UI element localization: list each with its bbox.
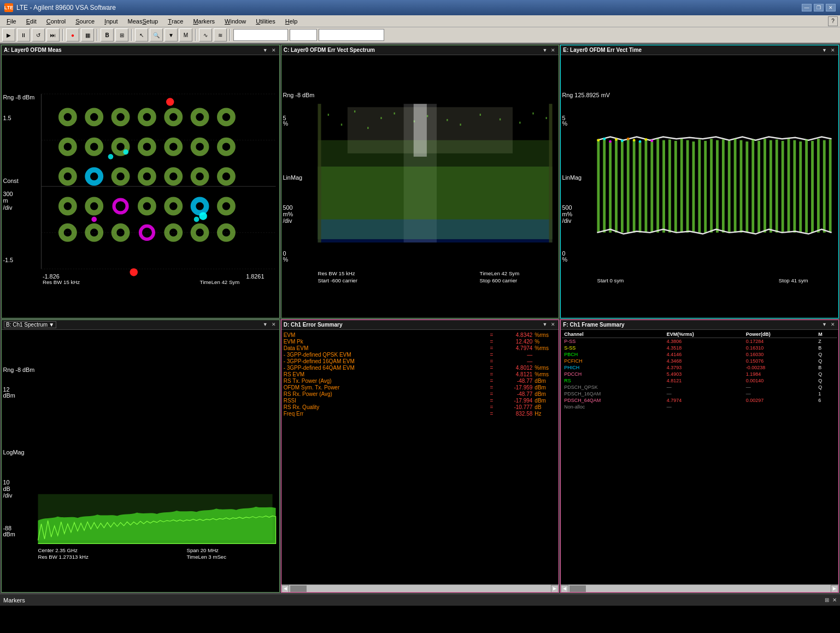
menu-help[interactable]: Help — [281, 15, 302, 27]
frame-table-row: RS4.81210.00140Q — [562, 377, 837, 384]
svg-rect-87 — [460, 123, 461, 126]
svg-text:dB: dB — [3, 485, 10, 492]
svg-rect-117 — [651, 141, 654, 233]
svg-point-56 — [91, 217, 97, 222]
panel-d: D: Ch1 Error Summary ▼ ✕ EVM = 4.8342 %r… — [281, 320, 560, 593]
svg-rect-115 — [639, 141, 642, 233]
hscroll-f-left[interactable]: ◀ — [561, 585, 568, 593]
menu-utilities[interactable]: Utilities — [251, 15, 279, 27]
svg-text:m%: m% — [283, 211, 293, 217]
menu-window[interactable]: Window — [220, 15, 250, 27]
menu-source[interactable]: Source — [71, 15, 99, 27]
panel-a-close[interactable]: ✕ — [271, 48, 277, 53]
record-button[interactable]: ● — [66, 28, 79, 42]
bold-button[interactable]: B — [101, 28, 114, 42]
menu-meassetup[interactable]: MeasSetup — [124, 15, 163, 27]
frame-table-row: PDCCH5.49031.1984Q — [562, 371, 837, 377]
constellation-chart: Rng -8 dBm 1.5 Const 300 m /div -1.5 -1.… — [2, 55, 279, 318]
panel-d-minimize[interactable]: ▼ — [541, 322, 548, 327]
marker-button[interactable]: M — [179, 28, 192, 42]
svg-rect-131 — [734, 139, 737, 233]
svg-text:Res BW 15 kHz: Res BW 15 kHz — [318, 270, 355, 276]
restore-button[interactable]: ❐ — [814, 4, 824, 11]
svg-rect-75 — [348, 107, 513, 153]
hscroll-f-right[interactable]: ▶ — [831, 585, 838, 593]
error-row: RS Tx. Power (Avg) = -48.77 dBm — [284, 378, 557, 384]
panel-b-close[interactable]: ✕ — [271, 322, 277, 327]
svg-rect-124 — [692, 141, 695, 233]
panel-f-close[interactable]: ✕ — [830, 322, 836, 327]
menu-file[interactable]: File — [2, 15, 21, 27]
svg-text:500: 500 — [562, 204, 572, 211]
panel-a-minimize[interactable]: ▼ — [262, 48, 269, 53]
svg-text:Const: Const — [3, 178, 18, 184]
play-button[interactable]: ▶ — [2, 28, 15, 42]
zoom-button[interactable]: 🔍 — [150, 28, 163, 42]
panel-f-hscroll[interactable]: ◀ ▶ — [561, 584, 838, 592]
svg-rect-143 — [806, 139, 808, 232]
svg-rect-81 — [367, 127, 368, 129]
hscroll-left[interactable]: ◀ — [281, 585, 289, 593]
svg-rect-92 — [545, 117, 547, 119]
panel-e-minimize[interactable]: ▼ — [821, 48, 828, 53]
panel-d-hscroll[interactable]: ◀ ▶ — [281, 584, 559, 592]
markers-title: Markers — [3, 597, 25, 604]
menu-control[interactable]: Control — [42, 15, 70, 27]
down-button[interactable]: ▼ — [165, 28, 178, 42]
panel-f: F: Ch1 Frame Summary ▼ ✕ ChannelEVM(%rms… — [560, 320, 839, 593]
svg-point-52 — [130, 268, 138, 276]
menu-markers[interactable]: Markers — [189, 15, 219, 27]
markers-pin[interactable]: ⊞ — [825, 597, 829, 603]
sep3 — [131, 29, 132, 41]
step-button[interactable]: ⏭ — [46, 28, 60, 42]
svg-rect-137 — [769, 140, 772, 233]
help-button[interactable]: ? — [828, 16, 838, 26]
svg-text:-1.5: -1.5 — [3, 257, 13, 263]
svg-text:Start -600 carrier: Start -600 carrier — [318, 277, 357, 283]
evm-time-chart: Rng 125.8925 mV 5 % LinMag 500 m% /div 0… — [561, 55, 838, 318]
svg-text:Rng -8 dBm: Rng -8 dBm — [283, 92, 314, 98]
panel-d-close[interactable]: ✕ — [550, 322, 556, 327]
hscroll-right[interactable]: ▶ — [551, 585, 559, 593]
svg-rect-142 — [800, 141, 802, 233]
panel-e-close[interactable]: ✕ — [830, 48, 836, 53]
panel-b-title-dropdown[interactable]: B: Ch1 Spectrum ▼ — [4, 321, 56, 328]
svg-rect-145 — [817, 139, 820, 233]
svg-text:Start 0 sym: Start 0 sym — [597, 277, 624, 283]
panel-b-header: B: Ch1 Spectrum ▼ ▼ ✕ — [2, 320, 279, 330]
color-normal-dropdown[interactable]: Color Normal ▼ — [319, 29, 384, 41]
panel-e: E: Layer0 OFDM Err Vect Time ▼ ✕ Rng 125… — [560, 45, 839, 318]
dropdown-arrow: ▼ — [375, 32, 381, 38]
svg-text:TimeLen 42 Sym: TimeLen 42 Sym — [200, 279, 240, 285]
window-controls: — ❐ ✕ — [802, 4, 836, 11]
svg-text:Rng -8 dBm: Rng -8 dBm — [3, 94, 34, 100]
svg-rect-138 — [776, 139, 778, 232]
panel-b-minimize[interactable]: ▼ — [262, 322, 269, 327]
pause-button[interactable]: ⏸ — [17, 28, 30, 42]
svg-rect-134 — [752, 139, 755, 232]
cursor-button[interactable]: ↖ — [135, 28, 148, 42]
close-button[interactable]: ✕ — [826, 4, 836, 11]
panel-f-minimize[interactable]: ▼ — [821, 322, 828, 327]
stop-button[interactable]: ↺ — [32, 28, 45, 42]
panel-c-minimize[interactable]: ▼ — [541, 48, 548, 53]
markers-close[interactable]: ✕ — [832, 597, 837, 603]
panel-c-controls: ▼ ✕ — [541, 48, 556, 53]
menu-trace[interactable]: Trace — [163, 15, 187, 27]
svg-rect-116 — [645, 139, 648, 232]
menu-edit[interactable]: Edit — [22, 15, 41, 27]
svg-rect-133 — [746, 141, 749, 233]
panel-d-content[interactable]: EVM = 4.8342 %rms EVM Pk = 12.420 % Data… — [281, 330, 559, 585]
wave2-button[interactable]: ≋ — [214, 28, 227, 42]
panel-c-close[interactable]: ✕ — [550, 48, 556, 53]
svg-rect-88 — [479, 114, 480, 116]
menu-input[interactable]: Input — [100, 15, 122, 27]
grid-button[interactable]: ▦ — [81, 28, 94, 42]
panel-d-header: D: Ch1 Error Summary ▼ ✕ — [281, 320, 559, 330]
error-row: - 3GPP-defined QPSK EVM = — — [284, 352, 557, 358]
tile-button[interactable]: ⊞ — [115, 28, 128, 42]
svg-text:/div: /div — [3, 492, 12, 498]
svg-rect-141 — [794, 140, 796, 233]
minimize-button[interactable]: — — [802, 4, 812, 11]
wave1-button[interactable]: ∿ — [199, 28, 212, 42]
